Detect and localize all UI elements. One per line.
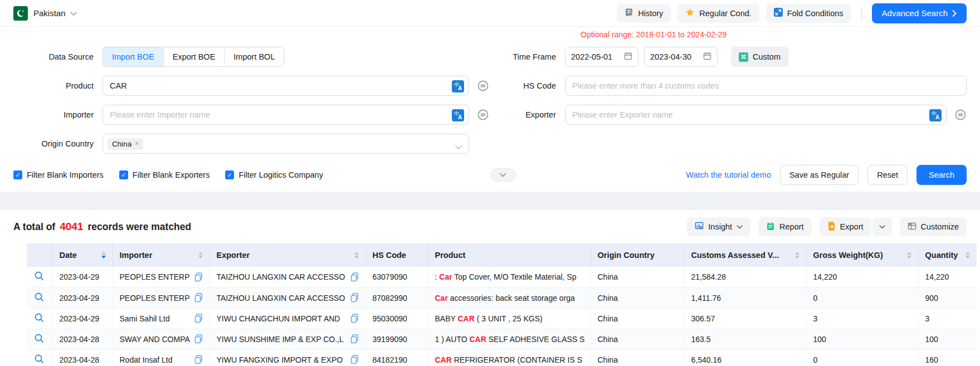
- copy-icon[interactable]: [194, 314, 203, 323]
- magnifier-icon[interactable]: [34, 357, 45, 366]
- origin-country-select[interactable]: China ×: [103, 134, 469, 154]
- copy-icon[interactable]: [194, 355, 203, 364]
- advanced-search-button[interactable]: Advanced Search: [872, 3, 967, 23]
- insight-button[interactable]: BI Insight: [687, 217, 750, 236]
- cell-exporter-text[interactable]: TAIZHOU LANGXIN CAR ACCESSO: [217, 272, 346, 281]
- row-detail-button[interactable]: [27, 349, 52, 366]
- sort-arrows-icon[interactable]: [966, 252, 970, 258]
- customize-button[interactable]: Customize: [900, 217, 967, 236]
- report-button[interactable]: Report: [758, 217, 812, 236]
- cell-importer[interactable]: Rodat Insaf Ltd: [113, 349, 209, 366]
- end-date-input[interactable]: 2023-04-30: [644, 47, 718, 67]
- tutorial-demo-link[interactable]: Watch the tutorial demo: [686, 170, 771, 179]
- data-source-option-import-bol[interactable]: Import BOL: [224, 47, 284, 66]
- search-button[interactable]: Search: [916, 165, 967, 185]
- cell-origin-country: China: [591, 267, 684, 287]
- translate-icon[interactable]: 中A: [929, 109, 942, 123]
- cell-importer-text[interactable]: Rodat Insaf Ltd: [120, 355, 190, 364]
- data-source-option-export-boe[interactable]: Export BOE: [163, 47, 225, 66]
- cell-exporter[interactable]: TAIZHOU LANGXIN CAR ACCESSO: [209, 287, 365, 308]
- cell-origin-country: China: [591, 287, 684, 308]
- export-button[interactable]: Export: [820, 217, 871, 236]
- country-selector-label[interactable]: Pakistan: [33, 8, 66, 18]
- product-input[interactable]: CAR 中A: [103, 76, 469, 96]
- cell-importer[interactable]: PEOPLES ENTERPR: [113, 267, 209, 287]
- exporter-input[interactable]: Please enter Exporter name 中A: [565, 105, 947, 125]
- cell-importer-text[interactable]: SWAY AND COMPA: [120, 335, 190, 344]
- checkbox-icon[interactable]: ✓: [13, 170, 22, 179]
- cell-exporter[interactable]: TAIZHOU LANGXIN CAR ACCESSO: [209, 267, 365, 287]
- row-detail-button[interactable]: [27, 308, 52, 329]
- hs-code-input[interactable]: Please enter more than 4 customs codes: [565, 76, 967, 96]
- checkbox-filter-blank-exporters[interactable]: ✓Filter Blank Exporters: [119, 170, 210, 179]
- column-header-exporter[interactable]: Exporter: [209, 243, 365, 267]
- copy-icon[interactable]: [194, 334, 203, 344]
- cell-importer[interactable]: SWAY AND COMPA: [113, 329, 209, 349]
- copy-icon[interactable]: [194, 293, 203, 302]
- magnifier-icon[interactable]: [34, 295, 45, 304]
- copy-icon[interactable]: [350, 334, 359, 344]
- magnifier-icon[interactable]: [34, 336, 45, 345]
- cell-quantity: 100: [918, 329, 977, 349]
- translate-icon[interactable]: 中A: [452, 80, 464, 94]
- checkbox-icon[interactable]: ✓: [225, 170, 234, 179]
- save-as-regular-button[interactable]: Save as Regular: [780, 165, 859, 185]
- column-header-origin: Origin Country: [591, 243, 684, 267]
- fold-conditions-button[interactable]: Fold Conditions: [766, 4, 851, 23]
- sort-arrows-icon[interactable]: [354, 252, 359, 258]
- cell-importer-text[interactable]: PEOPLES ENTERPR: [120, 272, 190, 281]
- remove-tag-icon[interactable]: ×: [135, 140, 139, 148]
- copy-icon[interactable]: [350, 293, 359, 302]
- sort-arrows-icon[interactable]: [907, 252, 911, 258]
- cell-exporter[interactable]: YIWU CHANGCHUN IMPORT AND: [209, 308, 365, 329]
- cell-product: Car accessories: back seat storage orga: [428, 287, 591, 308]
- cell-importer-text[interactable]: PEOPLES ENTERPR: [120, 294, 190, 302]
- importer-input[interactable]: Please enter Importer name 中A: [103, 105, 469, 125]
- copy-icon[interactable]: [350, 272, 359, 282]
- export-dropdown-button[interactable]: [872, 217, 892, 236]
- checkbox-filter-blank-importers[interactable]: ✓Filter Blank Importers: [13, 170, 104, 179]
- magnifier-icon[interactable]: [34, 316, 45, 325]
- start-date-input[interactable]: 2022-05-01: [565, 47, 638, 67]
- cell-gross-weight: 0: [806, 349, 918, 366]
- reset-button[interactable]: Reset: [867, 165, 908, 185]
- cell-exporter[interactable]: YIWU SUNSHIME IMP & EXP CO.,L: [209, 329, 365, 349]
- match-mode-icon[interactable]: [477, 80, 489, 92]
- cell-exporter-text[interactable]: YIWU SUNSHIME IMP & EXP CO.,L: [217, 335, 346, 344]
- cell-exporter[interactable]: YIWU FANGXING IMPORT & EXPO: [209, 349, 365, 366]
- sort-arrows-icon[interactable]: [795, 252, 799, 258]
- copy-icon[interactable]: [350, 314, 359, 323]
- data-source-option-import-boe[interactable]: Import BOE: [103, 47, 163, 66]
- checkbox-icon[interactable]: ✓: [119, 170, 128, 179]
- history-button[interactable]: History: [617, 4, 671, 23]
- column-header-date[interactable]: Date: [52, 243, 113, 267]
- copy-icon[interactable]: [350, 355, 359, 364]
- custom-range-button[interactable]: ⌘ Custom: [731, 47, 788, 67]
- column-header-gross[interactable]: Gross Weight(KG): [806, 243, 918, 267]
- cell-customs-value: 163.5: [684, 329, 806, 349]
- cell-importer-text[interactable]: Sami Sahil Ltd: [120, 314, 190, 323]
- column-header-customs[interactable]: Customs Assessed V...: [684, 243, 806, 267]
- row-detail-button[interactable]: [27, 287, 52, 308]
- sort-arrows-icon[interactable]: [198, 252, 203, 258]
- match-mode-icon[interactable]: [954, 109, 967, 121]
- column-header-quantity[interactable]: Quantity: [918, 243, 977, 267]
- magnifier-icon[interactable]: [34, 274, 45, 283]
- checkbox-filter-logitics-company[interactable]: ✓Filter Logitics Company: [225, 170, 323, 179]
- translate-icon[interactable]: 中A: [452, 109, 464, 123]
- cell-exporter-text[interactable]: YIWU CHANGCHUN IMPORT AND: [217, 314, 346, 323]
- cell-product: : Car Top Cover, M/O Textile Material, S…: [428, 267, 591, 287]
- collapse-conditions-button[interactable]: [490, 168, 516, 182]
- cell-importer[interactable]: Sami Sahil Ltd: [113, 308, 209, 329]
- cell-importer[interactable]: PEOPLES ENTERPR: [113, 287, 209, 308]
- cell-exporter-text[interactable]: TAIZHOU LANGXIN CAR ACCESSO: [217, 294, 346, 302]
- row-detail-button[interactable]: [27, 267, 52, 287]
- sort-arrows-icon[interactable]: [101, 252, 106, 258]
- cell-exporter-text[interactable]: YIWU FANGXING IMPORT & EXPO: [217, 355, 346, 364]
- row-detail-button[interactable]: [27, 329, 52, 349]
- regular-cond-button[interactable]: Regular Cond.: [677, 4, 759, 23]
- copy-icon[interactable]: [194, 272, 203, 282]
- match-mode-icon[interactable]: [477, 109, 489, 121]
- chevron-down-icon[interactable]: [70, 8, 77, 18]
- column-header-importer[interactable]: Importer: [113, 243, 209, 267]
